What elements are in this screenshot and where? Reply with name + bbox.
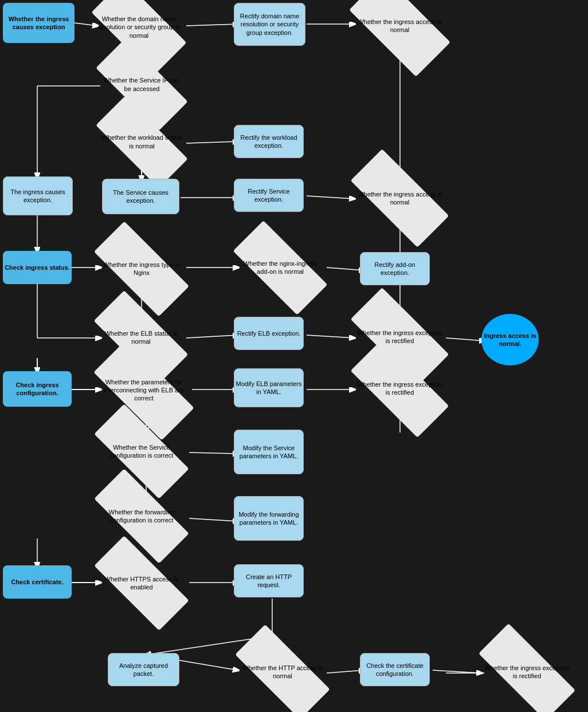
node-http-access-normal: Whether the HTTP access is normal [234, 650, 331, 694]
node-service-ip-accessible: Whether the Service IP can be accessed [95, 63, 189, 106]
node-rectify-domain: Rectify domain name resolution or securi… [234, 3, 305, 46]
svg-line-31 [189, 453, 238, 454]
svg-line-41 [327, 670, 364, 673]
svg-line-11 [307, 196, 354, 199]
node-elb-status-normal: Whether the ELB status is normal [93, 315, 189, 360]
node-modify-elb-yaml: Modify ELB parameters in YAML. [234, 368, 304, 407]
node-workload-status: Whether the workload status is normal [95, 120, 189, 163]
svg-line-21 [307, 335, 354, 338]
node-rectify-addon: Rectify add-on exception. [360, 252, 430, 285]
node-modify-service-yaml: Modify the Service parameters in YAML. [234, 430, 304, 474]
node-ingress-access-normal-oval: Ingress access is normal. [481, 314, 539, 365]
node-ingress-causes-exception-box: The ingress causes exception. [3, 176, 73, 215]
node-analyze-packet: Analyze captured packet. [108, 653, 179, 686]
node-ingress-access-normal-top: Whether the ingress access is normal [350, 0, 450, 52]
node-forwarding-config-correct: Whether the forwarding configuration is … [93, 494, 190, 538]
node-service-causes-exception: The Service causes exception. [102, 179, 179, 214]
svg-line-33 [189, 518, 238, 521]
node-check-ingress-config: Check ingress configuration. [3, 371, 72, 407]
svg-line-5 [186, 141, 238, 143]
node-ingress-exception-rectified-3: Whether the ingress exception is rectifi… [477, 650, 577, 694]
node-ingress-type-nginx: Whether the ingress type is Nginx [93, 246, 190, 291]
node-elb-params-correct: Whether the parameters for interconnecti… [93, 367, 195, 414]
flowchart: Whether the ingress causes exception Whe… [0, 0, 588, 712]
node-check-certificate: Check certificate. [3, 565, 72, 599]
node-ingress-exception-rectified-2: Whether the ingress exception is rectifi… [350, 365, 450, 411]
svg-line-15 [327, 268, 364, 270]
svg-line-1 [186, 24, 238, 26]
node-https-enabled: Whether HTTPS access is enabled [93, 561, 190, 605]
node-ingress-causes-exception: Whether the ingress causes exception [3, 3, 75, 43]
node-domain-resolution-diamond: Whether the domain name resolution or se… [92, 3, 186, 52]
node-rectify-service: Rectify Service exception. [234, 179, 304, 212]
node-service-config-correct: Whether the Service configuration is cor… [93, 430, 190, 473]
svg-line-20 [186, 335, 238, 338]
node-modify-forwarding-yaml: Modify the forwarding parameters in YAML… [234, 496, 304, 541]
node-rectify-elb: Rectify ELB exception. [234, 317, 304, 350]
svg-line-22 [446, 338, 484, 341]
node-nginx-addon-normal: Whether the nginx-ingress add-on is norm… [232, 245, 328, 290]
svg-line-42 [433, 670, 481, 673]
node-create-http-request: Create an HTTP request. [234, 564, 304, 597]
node-ingress-exception-rectified-1: Whether the ingress exception is rectifi… [350, 314, 450, 360]
node-check-cert-config: Check the certificate configuration. [360, 653, 430, 686]
node-rectify-workload: Rectify the workload exception. [234, 125, 304, 158]
node-check-ingress-status: Check ingress status. [3, 251, 72, 284]
node-ingress-access-normal-mid: Whether the ingress access is normal [350, 175, 450, 221]
